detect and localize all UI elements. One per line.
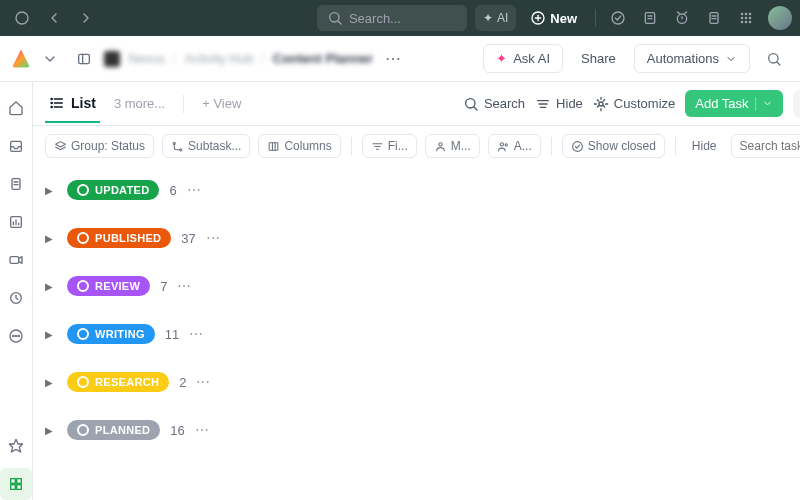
status-pill[interactable]: PUBLISHED xyxy=(67,228,171,248)
svg-rect-37 xyxy=(10,257,19,264)
svg-line-13 xyxy=(685,12,687,13)
status-label: PLANNED xyxy=(95,424,150,436)
notepad-icon[interactable] xyxy=(636,4,664,32)
task-count: 7 xyxy=(160,279,167,294)
status-circle-icon xyxy=(77,424,89,436)
svg-rect-46 xyxy=(11,485,16,490)
more-nav-icon[interactable] xyxy=(0,320,32,352)
apps-grid-icon[interactable] xyxy=(732,4,760,32)
status-pill[interactable]: UPDATED xyxy=(67,180,159,200)
nav-forward-icon[interactable] xyxy=(72,4,100,32)
expand-caret-icon[interactable]: ▶ xyxy=(45,233,57,244)
add-view-button[interactable]: + View xyxy=(202,96,241,111)
more-icon[interactable]: ⋯ xyxy=(195,422,210,438)
star-icon[interactable] xyxy=(0,430,32,462)
ask-ai-button[interactable]: ✦ Ask AI xyxy=(483,44,563,73)
task-count: 2 xyxy=(179,375,186,390)
check-circle-icon[interactable] xyxy=(604,4,632,32)
status-pill[interactable]: PLANNED xyxy=(67,420,160,440)
status-label: REVIEW xyxy=(95,280,140,292)
new-button[interactable]: New xyxy=(520,5,587,31)
workspace-logo-icon[interactable] xyxy=(12,50,30,68)
search-placeholder: Search... xyxy=(349,11,401,26)
search-tasks-input[interactable] xyxy=(731,134,800,158)
filters-button[interactable]: Fi... xyxy=(362,134,417,158)
sidebar-toggle-icon[interactable] xyxy=(70,45,98,73)
status-pill[interactable]: REVIEW xyxy=(67,276,150,296)
more-views[interactable]: 3 more... xyxy=(114,96,165,111)
svg-line-12 xyxy=(677,12,679,13)
sparkle-icon: ✦ xyxy=(483,11,493,25)
svg-marker-60 xyxy=(56,141,66,146)
search-icon[interactable] xyxy=(760,45,788,73)
share-button[interactable]: Share xyxy=(573,45,624,72)
show-closed-button[interactable]: Show closed xyxy=(562,134,665,158)
hide-button[interactable]: Hide xyxy=(535,96,583,112)
more-icon[interactable]: ⋯ xyxy=(187,182,202,198)
svg-line-55 xyxy=(474,106,477,109)
status-pill[interactable]: RESEARCH xyxy=(67,372,169,392)
svg-point-22 xyxy=(749,17,750,18)
subtask-filter[interactable]: Subtask... xyxy=(162,134,250,158)
alarm-icon[interactable] xyxy=(668,4,696,32)
timesheet-icon[interactable] xyxy=(0,282,32,314)
columns-icon xyxy=(267,140,280,153)
more-icon[interactable]: ⋯ xyxy=(206,230,221,246)
breadcrumb-item[interactable]: Nexus xyxy=(128,51,165,66)
ai-button[interactable]: ✦ AI xyxy=(475,5,516,31)
check-icon xyxy=(571,140,584,153)
more-icon[interactable]: ⋯ xyxy=(196,374,211,390)
automations-button[interactable]: Automations xyxy=(634,44,750,73)
status-pill[interactable]: WRITING xyxy=(67,324,155,344)
doc-icon[interactable] xyxy=(700,4,728,32)
spaces-icon[interactable] xyxy=(0,468,32,500)
expand-caret-icon[interactable]: ▶ xyxy=(45,281,57,292)
clips-icon[interactable] xyxy=(0,244,32,276)
customize-button[interactable]: Customize xyxy=(593,96,675,112)
tab-list[interactable]: List xyxy=(45,85,100,123)
breadcrumb-item[interactable]: Activity Hub xyxy=(184,51,253,66)
svg-point-6 xyxy=(612,12,624,24)
svg-point-17 xyxy=(741,13,742,14)
chevron-down-icon[interactable] xyxy=(36,45,64,73)
collapse-button[interactable] xyxy=(793,90,800,118)
search-icon xyxy=(327,10,343,26)
status-group: ▶RESEARCH2⋯ xyxy=(45,372,800,392)
home-icon[interactable] xyxy=(0,92,32,124)
svg-rect-44 xyxy=(11,479,16,484)
expand-caret-icon[interactable]: ▶ xyxy=(45,377,57,388)
search-view-button[interactable]: Search xyxy=(463,96,525,112)
inbox-icon[interactable] xyxy=(0,130,32,162)
gear-icon xyxy=(593,96,609,112)
groups-container: ▶UPDATED6⋯▶PUBLISHED37⋯▶REVIEW7⋯▶WRITING… xyxy=(33,166,800,482)
dashboard-icon[interactable] xyxy=(0,206,32,238)
expand-caret-icon[interactable]: ▶ xyxy=(45,329,57,340)
me-mode-button[interactable]: M... xyxy=(425,134,480,158)
more-icon[interactable]: ⋯ xyxy=(189,326,204,342)
more-icon[interactable]: ⋯ xyxy=(379,45,407,73)
svg-point-20 xyxy=(741,17,742,18)
subtask-icon xyxy=(171,140,184,153)
nav-back-icon[interactable] xyxy=(40,4,68,32)
group-filter[interactable]: Group: Status xyxy=(45,134,154,158)
docs-icon[interactable] xyxy=(0,168,32,200)
topbar: Search... ✦ AI New xyxy=(0,0,800,36)
svg-point-71 xyxy=(505,143,507,145)
filter-icon xyxy=(371,140,384,153)
avatar[interactable] xyxy=(768,6,792,30)
content: List 3 more... + View Search Hide Custom… xyxy=(33,82,800,500)
global-search-input[interactable]: Search... xyxy=(317,5,467,31)
status-circle-icon xyxy=(77,184,89,196)
svg-point-25 xyxy=(749,21,750,22)
app-menu-icon[interactable] xyxy=(8,4,36,32)
add-task-button[interactable]: Add Task xyxy=(685,90,782,117)
hide-filter-button[interactable]: Hide xyxy=(686,139,723,153)
columns-button[interactable]: Columns xyxy=(258,134,340,158)
expand-caret-icon[interactable]: ▶ xyxy=(45,425,57,436)
people-icon xyxy=(497,140,510,153)
expand-caret-icon[interactable]: ▶ xyxy=(45,185,57,196)
more-icon[interactable]: ⋯ xyxy=(177,278,192,294)
status-circle-icon xyxy=(77,280,89,292)
breadcrumb-item[interactable]: Content Planner xyxy=(273,51,373,66)
assignee-filter[interactable]: A... xyxy=(488,134,541,158)
